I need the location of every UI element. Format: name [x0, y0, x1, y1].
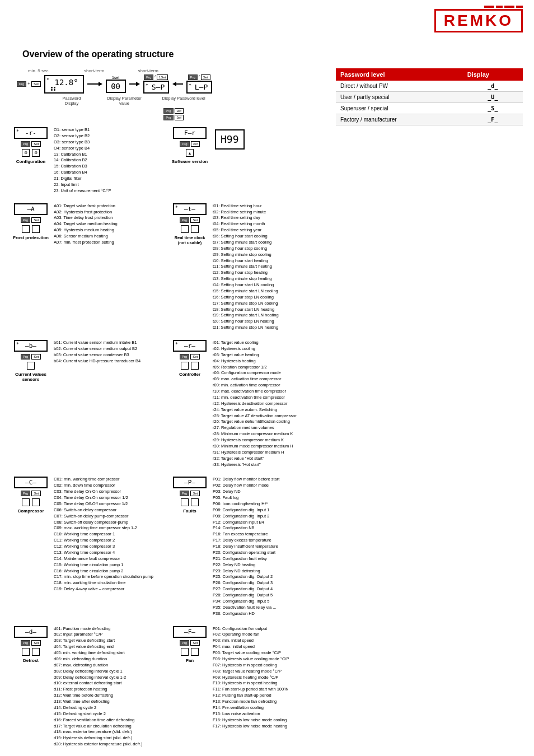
software-section: F–r Prg 3ef ▲ Software version H99: [170, 127, 325, 194]
config-name: Configuration: [16, 159, 45, 164]
frost-section: –A Prg Set Frost protec-tion A01: Target…: [11, 203, 166, 331]
logo-top-decoration: [484, 6, 523, 8]
faults-set-btn[interactable]: Set: [190, 491, 200, 496]
fan-display-area: –F– Prg Set Fan: [170, 626, 209, 664]
comp-icon-1: [22, 498, 30, 506]
logo-container: REMKO: [434, 6, 523, 32]
frost-p3: A03: Time delay frost protection: [54, 215, 166, 221]
defrost-section: –d– Prg Set Defrost d01: Function mode d…: [11, 626, 166, 748]
sw-icon: ▲: [186, 149, 194, 157]
set-btn-1[interactable]: Set: [31, 81, 41, 87]
main-content: min. 5 sec. short-term short-term Prg + …: [0, 68, 534, 756]
comp-display: –C–: [14, 477, 48, 488]
config-display-area: *-r- Prg Set ⚙ ⚙ Configuration: [11, 127, 50, 165]
prog-btn-down[interactable]: Prg: [163, 108, 173, 114]
prog-btn-1[interactable]: Prg: [17, 81, 26, 87]
display-value-pw: 12.8°: [54, 78, 78, 87]
page-title-area: Overview of the operating structure: [0, 32, 534, 68]
defrost-set-btn[interactable]: Set: [31, 640, 41, 646]
pw-row-direct: Direct / without PW _d_: [336, 81, 523, 92]
config-set-btn[interactable]: Set: [31, 141, 41, 147]
password-level-table: Password level Display Direct / without …: [336, 68, 523, 125]
config-param-3: O3: sensor type B3: [54, 139, 166, 146]
rtc-prog-btn[interactable]: Prg: [180, 217, 189, 223]
frost-set-btn[interactable]: Set: [31, 217, 41, 223]
set-btn-lp[interactable]: Set: [201, 74, 210, 80]
min-sec-label: min. 5 sec.: [28, 68, 62, 73]
config-param-9: 21: Digital filter: [54, 176, 166, 182]
sw-set-btn[interactable]: 3ef: [191, 141, 200, 147]
fan-set-btn[interactable]: Set: [190, 640, 200, 646]
config-param-11: 23: Unit of measurement °C/°F: [54, 188, 166, 194]
frost-p6: A06: Sensor medium heating: [54, 234, 166, 240]
display-00: 00: [106, 80, 126, 93]
display-lp: * L–P: [186, 81, 212, 94]
comp-name: Compressor: [17, 508, 44, 514]
config-param-6: 14: Calibration B2: [54, 157, 166, 164]
pw-level-super: Superuser / special: [336, 103, 463, 114]
logo-bar-4: [516, 6, 523, 8]
set-btn-down2[interactable]: 3ef: [175, 115, 184, 120]
display-sp: * S–P: [143, 81, 169, 94]
rtc-set-btn[interactable]: Set: [190, 217, 200, 223]
fan-icon-1: [181, 648, 189, 656]
faults-params: P01: Delay flow monitor before start P02…: [213, 477, 325, 617]
sensors-display: *–b–: [14, 340, 48, 352]
frost-p2: A02: Hysteresis frost protection: [54, 209, 166, 216]
config-param-1: O1: sensor type B1: [54, 127, 166, 133]
sensors-section: *–b– Prg Set Current values sensors b01:…: [11, 340, 166, 468]
sensors-params: b01: Current value sensor medium intake …: [54, 340, 166, 365]
logo-bar-1: [484, 6, 494, 8]
sensors-name: Current values sensors: [11, 372, 50, 382]
defrost-name: Defrost: [23, 658, 39, 663]
sensors-prog-btn[interactable]: Prg: [21, 354, 30, 360]
prog-btn-3[interactable]: Prg: [188, 74, 198, 80]
arrow-right-1: [99, 82, 102, 86]
sw-value-area: H99: [213, 127, 325, 152]
frost-display-area: –A Prg Set Frost protec-tion: [11, 203, 50, 241]
config-param-2: O2: sensor type B2: [54, 133, 166, 139]
logo-bar-2: [496, 6, 503, 8]
password-display-box: * 12.8°: [44, 75, 84, 94]
ctrl-display-area: *–r– Prg Set Controller: [170, 340, 209, 378]
diagram-area: min. 5 sec. short-term short-term Prg + …: [11, 68, 325, 756]
pw-display-factory: _F_: [463, 114, 523, 125]
config-prog-btn[interactable]: Prg: [21, 141, 30, 147]
frost-params: A01: Target value frost protection A02: …: [54, 203, 166, 246]
rtc-params: t01: Real time setting hour t02: Real ti…: [213, 203, 325, 331]
prog-btn-down2[interactable]: Prg: [163, 115, 173, 120]
faults-display: –P–: [173, 477, 207, 488]
fan-name: Fan: [186, 658, 194, 663]
config-param-7: 15: Calibration B3: [54, 164, 166, 170]
arrow-right-2: [136, 82, 140, 86]
frost-prog-btn[interactable]: Prg: [21, 217, 30, 223]
comp-prog-btn[interactable]: Prg: [21, 491, 30, 496]
comp-set-btn[interactable]: Set: [31, 491, 41, 496]
sensors-set-btn[interactable]: Set: [31, 354, 41, 360]
defrost-prog-btn[interactable]: Prg: [21, 640, 30, 646]
sw-name: Software version: [172, 159, 208, 164]
pw-table-header-display: Display: [463, 68, 523, 81]
comp-params: C01: min. working time compressor C02: m…: [54, 477, 166, 592]
frost-p7: A07: min. frost protection setting: [54, 240, 166, 246]
pw-row-factory: Factory / manufacturer _F_: [336, 114, 523, 125]
prog-btn-2[interactable]: Prg: [144, 74, 153, 80]
fan-prog-btn[interactable]: Prg: [180, 640, 189, 646]
faults-display-area: –P– Prg Set Faults: [170, 477, 209, 515]
ctrl-set-btn[interactable]: Set: [190, 354, 200, 360]
ctrl-prog-btn[interactable]: Prg: [180, 354, 189, 360]
rtc-display-area: *–t– Prg Set Real time clock (not usable…: [170, 203, 209, 246]
sensors-display-area: *–b– Prg Set Current values sensors: [11, 340, 50, 383]
frost-icon-1: [22, 225, 30, 233]
short-term-label-2: short-term: [138, 68, 158, 73]
frost-name: Frost protec-tion: [13, 235, 49, 240]
rtc-name: Real time clock (not usable): [170, 235, 209, 245]
set-btn-sp[interactable]: 1Set: [157, 74, 168, 80]
defrost-display-area: –d– Prg Set Defrost: [11, 626, 50, 664]
ctrl-display: *–r–: [173, 340, 207, 352]
defrost-icon-2: [32, 648, 40, 656]
config-icon-1: ⚙: [22, 149, 30, 157]
faults-prog-btn[interactable]: Prg: [180, 491, 189, 496]
sw-prog-btn[interactable]: Prg: [180, 141, 189, 147]
set-btn-down[interactable]: 3ef: [175, 108, 184, 114]
